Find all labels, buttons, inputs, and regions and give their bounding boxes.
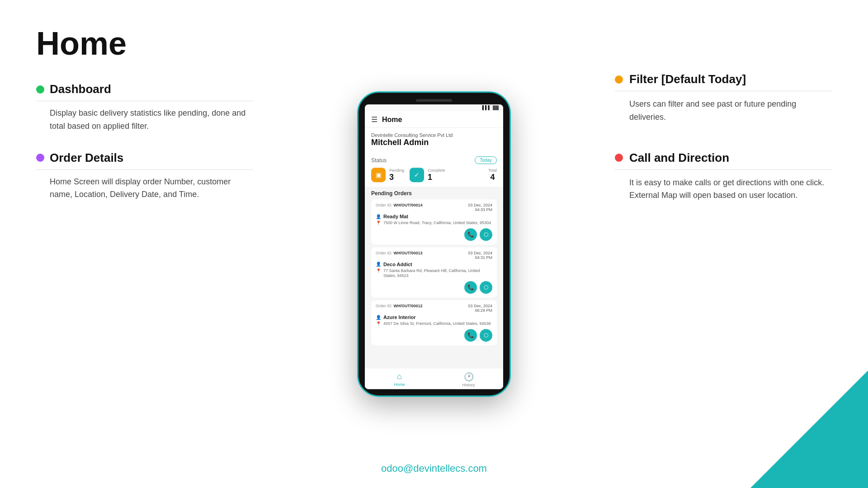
call-direction-dot [615, 154, 623, 162]
order-3-time: 06:29 PM [468, 308, 492, 313]
order-1-actions: 📞 ⬡ [376, 228, 492, 241]
order-3-id: Order ID: WH/OUT/00012 [376, 304, 423, 308]
location-icon-1: 📍 [376, 221, 381, 225]
status-bar: ▌▌▌ ▓▓ [365, 104, 503, 111]
right-panel: Filter [Default Today] Users can filter … [615, 72, 832, 229]
page-title: Home [36, 27, 253, 60]
order-details-desc: Home Screen will display order Number, c… [50, 175, 253, 202]
filter-title: Filter [Default Today] [629, 72, 746, 86]
complete-stat: ✓ Complete 1 [410, 168, 445, 182]
phone-screen: ▌▌▌ ▓▓ ☰ Home Devintelle Consulting Serv… [365, 104, 503, 389]
pending-orders-title: Pending Orders [371, 190, 497, 197]
dashboard-desc: Display basic delivery statistics like p… [50, 107, 253, 133]
order-1-date: 03 Dec, 2024 [468, 203, 492, 207]
order-1-datetime: 03 Dec, 2024 04:33 PM [468, 203, 492, 212]
person-icon-1: 👤 [376, 214, 381, 219]
order-2-customer: 👤 Deco Addict [376, 262, 492, 267]
total-count: 4 [490, 173, 495, 182]
phone-shell: ▌▌▌ ▓▓ ☰ Home Devintelle Consulting Serv… [357, 91, 511, 397]
total-label: Total [488, 168, 497, 173]
user-info: Devintelle Consulting Service Pvt Ltd Mi… [365, 128, 503, 153]
person-icon-2: 👤 [376, 262, 381, 267]
complete-count: 1 [428, 173, 445, 182]
bottom-nav: ⌂ Home 🕐 History [365, 368, 503, 389]
today-filter-btn[interactable]: Today [475, 156, 497, 164]
order-3-datetime: 03 Dec, 2024 06:29 PM [468, 304, 492, 313]
phone-pill [416, 99, 452, 102]
call-direction-header: Call and Direction [615, 151, 832, 170]
status-top: Status Today [371, 156, 497, 164]
order-card-1[interactable]: Order ID: WH/OUT/00014 03 Dec, 2024 04:3… [371, 199, 497, 244]
signal-icon: ▌▌▌ [482, 105, 491, 110]
battery-icon: ▓▓ [493, 105, 499, 110]
order-3-address-row: 📍 4557 De Silva St, Fremont, California,… [376, 321, 492, 327]
footer-email: odoo@devintellecs.com [381, 463, 487, 474]
user-name: Mitchell Admin [371, 138, 497, 147]
filter-header: Filter [Default Today] [615, 72, 832, 91]
status-section: Status Today ▣ Pending 3 [365, 153, 503, 187]
order-2-actions: 📞 ⬡ [376, 281, 492, 294]
order-details-title: Order Details [50, 151, 123, 165]
nav-history-label: History [462, 383, 475, 387]
order-1-address: 7500 W Linne Road, Tracy, California, Un… [383, 221, 491, 226]
app-header-title: Home [382, 116, 402, 124]
order-3-actions: 📞 ⬡ [376, 329, 492, 342]
order-1-customer: 👤 Ready Mat [376, 214, 492, 219]
call-btn-3[interactable]: 📞 [464, 329, 477, 342]
box-icon: ▣ [376, 171, 382, 178]
order-2-top: Order ID: WH/OUT/00013 03 Dec, 2024 04:3… [376, 251, 492, 260]
order-2-time: 04:31 PM [468, 255, 492, 260]
complete-icon: ✓ [410, 168, 424, 182]
dashboard-dot [36, 85, 44, 94]
status-label: Status [371, 157, 387, 164]
menu-icon[interactable]: ☰ [371, 115, 377, 124]
call-direction-title: Call and Direction [629, 151, 729, 165]
order-3-address: 4557 De Silva St, Fremont, California, U… [383, 321, 491, 327]
call-btn-1[interactable]: 📞 [464, 228, 477, 241]
order-3-customer-name: Azure Interior [383, 314, 416, 320]
location-icon-3: 📍 [376, 321, 381, 326]
order-2-id: Order ID: WH/OUT/00013 [376, 251, 423, 255]
complete-info: Complete 1 [428, 168, 445, 182]
order-2-customer-name: Deco Addict [383, 262, 412, 267]
pending-count: 3 [389, 173, 404, 182]
order-3-top: Order ID: WH/OUT/00012 03 Dec, 2024 06:2… [376, 304, 492, 313]
order-details-feature: Order Details Home Screen will display o… [36, 151, 253, 202]
status-icons: ▌▌▌ ▓▓ [482, 105, 499, 110]
company-name: Devintelle Consulting Service Pvt Ltd [371, 132, 497, 138]
order-1-customer-name: Ready Mat [383, 214, 408, 219]
order-1-time: 04:33 PM [468, 207, 492, 212]
nav-home-label: Home [394, 382, 405, 387]
pending-label: Pending [389, 168, 404, 173]
nav-btn-3[interactable]: ⬡ [480, 329, 492, 342]
call-direction-feature: Call and Direction It is easy to make ca… [615, 151, 832, 202]
order-3-date: 03 Dec, 2024 [468, 304, 492, 308]
nav-home[interactable]: ⌂ Home [365, 372, 434, 387]
order-2-address: 77 Santa Barbara Rd, Pleasant Hill, Cali… [383, 268, 492, 279]
nav-btn-1[interactable]: ⬡ [480, 228, 492, 241]
person-icon-3: 👤 [376, 315, 381, 320]
order-card-3[interactable]: Order ID: WH/OUT/00012 03 Dec, 2024 06:2… [371, 300, 497, 345]
order-1-id: Order ID: WH/OUT/00014 [376, 203, 423, 207]
order-card-2[interactable]: Order ID: WH/OUT/00013 03 Dec, 2024 04:3… [371, 247, 497, 297]
app-header: ☰ Home [365, 111, 503, 128]
pending-info: Pending 3 [389, 168, 404, 182]
phone-mockup: ▌▌▌ ▓▓ ☰ Home Devintelle Consulting Serv… [357, 91, 511, 397]
filter-desc: Users can filter and see past or future … [629, 98, 832, 124]
order-2-datetime: 03 Dec, 2024 04:31 PM [468, 251, 492, 260]
stats-row: ▣ Pending 3 ✓ Complete 1 [371, 168, 497, 182]
filter-dot [615, 75, 623, 84]
nav-btn-2[interactable]: ⬡ [480, 281, 492, 294]
order-2-date: 03 Dec, 2024 [468, 251, 492, 255]
nav-history[interactable]: 🕐 History [434, 372, 503, 387]
complete-label: Complete [428, 168, 445, 173]
left-panel: Home Dashboard Display basic delivery st… [36, 27, 253, 219]
order-details-dot [36, 154, 44, 162]
order-1-address-row: 📍 7500 W Linne Road, Tracy, California, … [376, 221, 492, 226]
dashboard-feature: Dashboard Display basic delivery statist… [36, 82, 253, 133]
filter-feature: Filter [Default Today] Users can filter … [615, 72, 832, 124]
call-btn-2[interactable]: 📞 [464, 281, 477, 294]
total-stat: Total 4 [488, 168, 497, 182]
order-2-address-row: 📍 77 Santa Barbara Rd, Pleasant Hill, Ca… [376, 268, 492, 279]
check-icon: ✓ [414, 171, 420, 178]
